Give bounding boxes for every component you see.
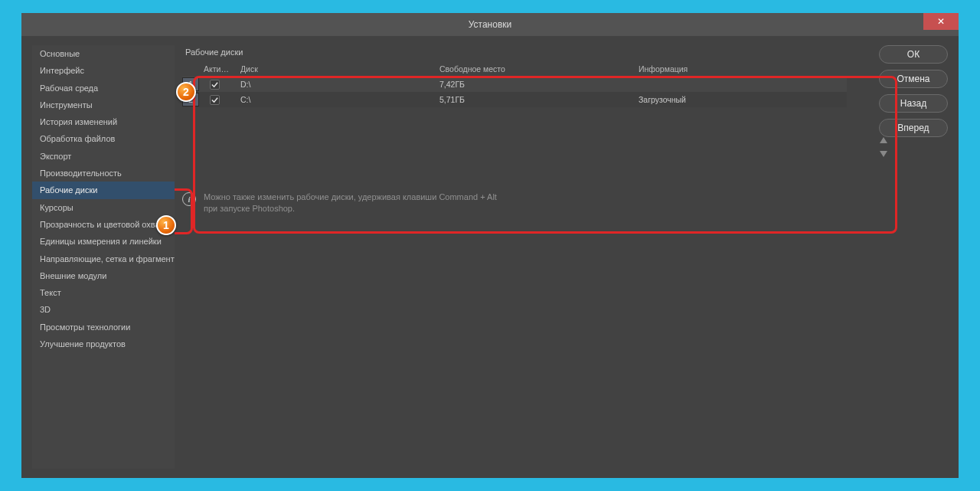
hint-line1: Можно также изменить рабочие диски, удер… — [204, 192, 497, 201]
cell-info — [634, 81, 847, 87]
sidebar-item-interface[interactable]: Интерфейс — [32, 62, 175, 79]
hint-line2: при запуске Photoshop. — [204, 204, 295, 213]
sidebar-item-units-rulers[interactable]: Единицы измерения и линейки — [32, 233, 175, 250]
scratch-disk-table: Актив... Диск Свободное место Информация… — [182, 61, 871, 107]
cell-active[interactable] — [199, 77, 236, 93]
preferences-dialog: Установки ✕ 1 2 Основные Интерфейс Рабоч… — [21, 13, 959, 478]
sidebar-item-export[interactable]: Экспорт — [32, 148, 175, 165]
ok-button[interactable]: ОК — [879, 45, 948, 64]
sidebar-item-product-improvement[interactable]: Улучшение продуктов — [32, 336, 175, 352]
cell-drive: D:\ — [236, 77, 435, 92]
sidebar-item-file-handling[interactable]: Обработка файлов — [32, 130, 175, 147]
check-icon — [211, 81, 218, 88]
panel-scratch-disks: Рабочие диски Актив... Диск Свободное ме… — [182, 45, 871, 469]
sidebar-item-performance[interactable]: Производительность — [32, 165, 175, 182]
cell-info: Загрузочный — [634, 92, 847, 107]
dialog-buttons: ОК Отмена Назад Вперед — [879, 45, 948, 469]
info-icon: i — [182, 192, 196, 206]
check-icon — [211, 97, 218, 103]
sidebar-item-guides-grid[interactable]: Направляющие, сетка и фрагменты — [32, 250, 175, 267]
sidebar-item-plugins[interactable]: Внешние модули — [32, 267, 175, 284]
hint-row: i Можно также изменить рабочие диски, уд… — [182, 188, 871, 218]
annotation-badge-2: 2 — [176, 82, 196, 102]
checkbox-active[interactable] — [210, 80, 220, 90]
col-drive[interactable]: Диск — [236, 61, 435, 77]
category-sidebar: Основные Интерфейс Рабочая среда Инструм… — [32, 45, 175, 469]
sidebar-item-transparency[interactable]: Прозрачность и цветовой охват — [32, 216, 175, 233]
sidebar-item-general[interactable]: Основные — [32, 45, 175, 62]
dialog-body: 1 2 Основные Интерфейс Рабочая среда Инс… — [21, 36, 959, 478]
cell-free: 5,71ГБ — [435, 92, 634, 107]
cell-free: 7,42ГБ — [435, 77, 634, 92]
arrow-up-icon — [879, 136, 888, 144]
cancel-button[interactable]: Отмена — [879, 70, 948, 88]
move-up-button[interactable] — [877, 135, 890, 146]
sidebar-item-tech-previews[interactable]: Просмотры технологии — [32, 319, 175, 336]
prev-button[interactable]: Назад — [879, 94, 948, 113]
table-row[interactable]: 2 C:\ 5,71ГБ Загрузочный — [182, 92, 847, 107]
close-button[interactable]: ✕ — [923, 13, 959, 30]
hint-text: Можно также изменить рабочие диски, удер… — [204, 191, 497, 214]
sidebar-item-type[interactable]: Текст — [32, 284, 175, 301]
table-header: Актив... Диск Свободное место Информация — [182, 61, 847, 77]
table-body: 1 D:\ 7,42ГБ 2 — [182, 77, 847, 107]
close-icon: ✕ — [937, 16, 945, 27]
table-row[interactable]: 1 D:\ 7,42ГБ — [182, 77, 847, 92]
reorder-controls — [877, 135, 890, 159]
sidebar-item-cursors[interactable]: Курсоры — [32, 199, 175, 216]
cell-drive: C:\ — [236, 92, 435, 107]
sidebar-item-3d[interactable]: 3D — [32, 301, 175, 318]
cell-active[interactable] — [199, 92, 236, 108]
panel-label: Рабочие диски — [182, 45, 871, 61]
col-free[interactable]: Свободное место — [435, 61, 634, 77]
sidebar-item-scratch-disks[interactable]: Рабочие диски — [32, 182, 175, 198]
col-index — [182, 61, 199, 77]
sidebar-item-history-log[interactable]: История изменений — [32, 113, 175, 130]
svg-marker-1 — [880, 151, 887, 157]
checkbox-active[interactable] — [210, 95, 220, 105]
svg-marker-0 — [880, 137, 887, 143]
annotation-badge-1: 1 — [156, 215, 176, 235]
window-title: Установки — [469, 19, 511, 30]
titlebar[interactable]: Установки ✕ — [21, 13, 959, 36]
arrow-down-icon — [879, 150, 888, 158]
sidebar-item-tools[interactable]: Инструменты — [32, 97, 175, 113]
move-down-button[interactable] — [877, 149, 890, 159]
col-info[interactable]: Информация — [634, 61, 847, 77]
sidebar-item-workspace[interactable]: Рабочая среда — [32, 80, 175, 97]
col-active[interactable]: Актив... — [199, 61, 236, 77]
